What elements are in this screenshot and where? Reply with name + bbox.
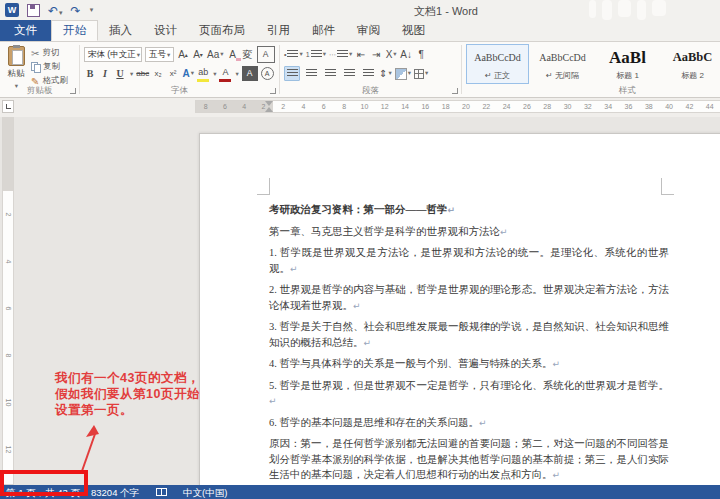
font-name-select[interactable]: 宋体 (中文正 ▾ — [84, 47, 142, 62]
ribbon-tab[interactable]: 引用 — [256, 20, 301, 41]
align-right-button[interactable] — [322, 66, 338, 81]
document-paragraph[interactable]: 2. 世界观是哲学的内容与基础，哲学是世界观的理论形态。世界观决定着方法论，方法… — [269, 282, 669, 314]
subscript-button[interactable]: x₂ — [152, 66, 164, 81]
tab-selector-button[interactable] — [2, 100, 14, 113]
underline-dropdown-icon[interactable]: ▾ — [130, 70, 133, 78]
paragraph-group-label: 段落 — [280, 85, 461, 97]
font-dialog-launcher-icon[interactable] — [270, 88, 276, 94]
paste-label: 粘贴 — [8, 68, 25, 80]
document-canvas: 24681012 考研政治复习资料：第一部分——哲学↵ 第一章、马克思主义哲学是… — [0, 117, 720, 485]
style-label: ↵ 正文 — [485, 70, 510, 81]
grow-font-button[interactable]: A▴ — [177, 47, 189, 62]
ribbon-tab-label: 引用 — [267, 23, 290, 38]
change-case-button[interactable]: Aa▾ — [207, 47, 224, 62]
window-title: 文档1 - Word — [414, 4, 478, 19]
style-chip[interactable]: AaBbCcDd ↵ 正文 — [466, 44, 529, 84]
styles-gallery: AaBbCcDd ↵ 正文 AaBbCcDd ↵ 无间隔 AaBl 标题 1 — [462, 42, 720, 88]
ribbon-tab[interactable]: 页面布局 — [188, 20, 256, 41]
ribbon-tab[interactable]: 审阅 — [346, 20, 391, 41]
paragraph-mark: ↵ — [553, 359, 561, 369]
first-line-indent-marker[interactable] — [265, 101, 273, 106]
paragraph-mark: ↵ — [290, 264, 298, 274]
highlight-dropdown-icon[interactable]: ▾ — [213, 70, 216, 78]
style-chip[interactable]: AaBbCcDd ↵ 无间隔 — [531, 44, 594, 84]
asian-layout-button[interactable]: X▾ — [385, 47, 397, 62]
style-chip[interactable]: AaBl 标题 1 — [596, 44, 659, 84]
ribbon-tab[interactable]: 设计 — [143, 20, 188, 41]
shading-button[interactable]: ▾ — [395, 66, 411, 81]
distribute-button[interactable] — [360, 66, 376, 81]
ribbon-tab[interactable]: 文件 — [0, 20, 51, 41]
styles-group-label: 样式 — [462, 85, 720, 97]
bullets-button[interactable]: •▾ — [284, 47, 303, 62]
undo-button[interactable]: ↶▾ — [48, 1, 63, 19]
shrink-font-button[interactable]: A▾ — [192, 47, 204, 62]
font-size-select[interactable]: 五号 ▾ — [145, 47, 174, 62]
paragraph-dialog-launcher-icon[interactable] — [452, 88, 458, 94]
ribbon-tab[interactable]: 邮件 — [301, 20, 346, 41]
paragraph-mark: ↵ — [479, 418, 487, 428]
character-border-icon[interactable]: A — [257, 46, 275, 63]
customize-qat-icon[interactable]: ▾ — [90, 6, 94, 14]
style-chip[interactable]: AaBbC 标题 2 — [661, 44, 720, 84]
strikethrough-button[interactable]: abc — [136, 66, 149, 81]
bold-button[interactable]: B — [84, 66, 96, 81]
phonetic-guide-icon[interactable]: 変 — [242, 47, 254, 62]
save-icon[interactable] — [27, 4, 40, 17]
show-hide-marks-icon[interactable]: ¶ — [415, 47, 427, 62]
document-paragraph[interactable]: 5. 哲学是世界观，但是世界观不一定是哲学，只有理论化、系统化的世界观才是哲学。… — [269, 378, 669, 410]
line-spacing-button[interactable]: ⇕▾ — [379, 66, 392, 81]
document-paragraph[interactable]: 原因：第一，是任何哲学派别都无法回避的首要问题；第二，对这一问题的不同回答是划分… — [269, 436, 669, 484]
ruler-margin-area: 8642 — [196, 101, 273, 112]
enclose-characters-icon[interactable]: A — [261, 67, 274, 80]
font-color-button[interactable]: A — [219, 65, 231, 82]
align-center-button[interactable] — [303, 66, 319, 81]
ribbon-tab-label: 审阅 — [357, 23, 380, 38]
multilevel-list-button[interactable]: ⋯▾ — [329, 47, 352, 62]
copy-label: 复制 — [43, 61, 60, 73]
font-color-dropdown-icon[interactable]: ▾ — [235, 70, 238, 78]
horizontal-ruler[interactable]: 8642 24681012141618202224262830323436384… — [195, 100, 720, 113]
underline-button[interactable]: U — [114, 66, 126, 81]
justify-button[interactable] — [341, 66, 357, 81]
document-page[interactable]: 考研政治复习资料：第一部分——哲学↵ 第一章、马克思主义哲学是科学的世界观和方法… — [199, 133, 720, 485]
cut-button[interactable]: ✂ 剪切 — [31, 47, 68, 59]
redo-button[interactable]: ↷ — [71, 1, 81, 19]
document-paragraph[interactable]: 1. 哲学既是世界观又是方法论，是世界观和方法论的统一。是理论化、系统化的世界观… — [269, 245, 669, 277]
highlight-color-button[interactable]: ab — [197, 65, 209, 82]
italic-button[interactable]: I — [99, 66, 111, 81]
vertical-ruler[interactable]: 24681012 — [2, 117, 14, 485]
numbering-button[interactable]: 1▾ — [306, 47, 326, 62]
copy-button[interactable]: 复制 — [31, 61, 68, 73]
language-indicator[interactable]: 中文(中国) — [183, 487, 227, 499]
ribbon-tab[interactable]: 开始 — [51, 20, 98, 41]
cut-icon: ✂ — [31, 48, 39, 59]
clipboard-dialog-launcher-icon[interactable] — [70, 88, 76, 94]
borders-button[interactable]: ▾ — [414, 66, 428, 81]
superscript-button[interactable]: x² — [167, 66, 179, 81]
document-text[interactable]: 考研政治复习资料：第一部分——哲学↵ 第一章、马克思主义哲学是科学的世界观和方法… — [269, 202, 669, 485]
align-left-button[interactable] — [284, 66, 300, 81]
ruler-number: 38 — [639, 101, 659, 112]
document-paragraph[interactable]: 4. 哲学与具体科学的关系是一般与个别、普遍与特殊的关系。↵ — [269, 356, 669, 373]
document-paragraph[interactable]: 3. 哲学是关于自然、社会和思维发展最一般规律的学说，是自然知识、社会知识和思维… — [269, 319, 669, 351]
undo-dropdown-icon[interactable]: ▾ — [59, 9, 63, 16]
document-paragraph[interactable]: 第一章、马克思主义哲学是科学的世界观和方法论↵ — [269, 224, 669, 241]
ribbon-tab[interactable]: 插入 — [98, 20, 143, 41]
font-name-value: 宋体 (中文正 — [88, 49, 136, 61]
sort-icon[interactable]: A↓ — [400, 47, 412, 62]
annotation-text: 我们有一个43页的文档， 假如我们要从第10页开始 设置第一页。 — [55, 370, 200, 418]
proofing-status-icon[interactable] — [156, 488, 167, 496]
decrease-indent-icon[interactable]: ⇤ — [355, 47, 367, 62]
increase-indent-icon[interactable]: ⇥ — [370, 47, 382, 62]
character-shading-icon[interactable]: A — [242, 66, 258, 81]
ribbon-tab[interactable]: 视图 — [391, 20, 436, 41]
document-paragraph[interactable]: 6. 哲学的基本问题是思维和存在的关系问题。↵ — [269, 415, 669, 432]
document-paragraph[interactable]: 考研政治复习资料：第一部分——哲学↵ — [269, 202, 669, 219]
clipboard-small-buttons: ✂ 剪切 复制 ✎ 格式刷 — [31, 47, 68, 87]
clear-formatting-icon[interactable]: A — [227, 47, 239, 62]
hanging-indent-marker[interactable] — [265, 107, 273, 112]
ribbon-tab-label: 视图 — [402, 23, 425, 38]
text-effects-button[interactable]: A▾ — [182, 66, 194, 81]
word-count-indicator[interactable]: 83204 个字 — [91, 487, 139, 499]
